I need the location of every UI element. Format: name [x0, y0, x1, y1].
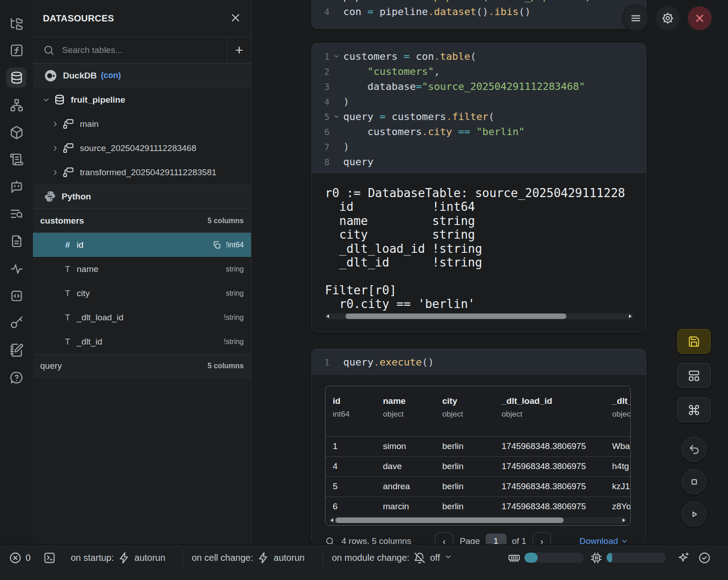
- run-button[interactable]: [681, 502, 707, 527]
- save-button[interactable]: [677, 329, 711, 354]
- table-row: 4daveberlin1745968348.3806975h4tg: [325, 456, 630, 477]
- code-line: 7): [312, 139, 646, 154]
- copy-icon: [212, 240, 221, 250]
- scroll-left-arrow[interactable]: [330, 518, 333, 522]
- download-button[interactable]: Download: [577, 536, 631, 544]
- cell-menu-button[interactable]: [624, 6, 648, 30]
- function-square-icon[interactable]: [6, 40, 26, 60]
- code-editor[interactable]: 1query.execute(): [312, 349, 646, 375]
- tree-item-fruit_pipeline[interactable]: fruit_pipeline: [33, 88, 251, 112]
- output-hscrollbar[interactable]: [325, 313, 633, 319]
- tree-item-main[interactable]: main: [33, 112, 251, 136]
- copy-icon[interactable]: [212, 240, 221, 250]
- code-line: 5query = customers.filter(: [312, 109, 646, 124]
- file-tree-icon[interactable]: [6, 14, 26, 34]
- undo-button[interactable]: [681, 437, 707, 462]
- database-icon: [54, 94, 65, 105]
- notebook-pen-icon[interactable]: [6, 340, 26, 360]
- file-text-icon[interactable]: [6, 231, 26, 251]
- cell-output: r0 := DatabaseTable: source_202504291112…: [312, 173, 646, 332]
- package-box-icon[interactable]: [6, 122, 26, 142]
- stop-icon: [688, 476, 700, 488]
- scroll-right-arrow[interactable]: [629, 314, 632, 318]
- connection-status[interactable]: [698, 548, 711, 567]
- command-palette-button[interactable]: [677, 397, 711, 422]
- play-icon: [688, 508, 700, 520]
- errors-indicator[interactable]: 0: [9, 548, 31, 567]
- search-row: +: [33, 37, 251, 63]
- ai-assistant-button[interactable]: [677, 548, 690, 567]
- search-input[interactable]: [61, 45, 227, 56]
- code-editor[interactable]: 3pipeline = dlt.pipeline("fruit_pipeline…: [312, 0, 646, 19]
- on-cell-change-toggle[interactable]: on cell change: autorun: [192, 548, 304, 567]
- list-search-icon[interactable]: [6, 204, 26, 224]
- tree-item-name[interactable]: Tnamestring: [33, 257, 251, 281]
- column-dtype: object: [612, 410, 631, 419]
- activity-rail: [0, 0, 33, 544]
- column-header[interactable]: name: [383, 396, 406, 406]
- terminal-button[interactable]: [43, 548, 56, 567]
- scroll-left-arrow[interactable]: [326, 314, 329, 318]
- panel-close-button[interactable]: [228, 11, 243, 26]
- bell-off-icon: [414, 552, 426, 564]
- cpu-bar-fill: [607, 553, 612, 563]
- settings-button[interactable]: [656, 6, 680, 30]
- tree-item-city[interactable]: Tcitystring: [33, 281, 251, 305]
- table-row-count: 4 rows, 5 columns: [341, 536, 411, 544]
- help-chat-icon[interactable]: [6, 367, 26, 387]
- scrollbar-thumb[interactable]: [335, 517, 564, 523]
- column-header[interactable]: _dlt_load_id: [502, 396, 552, 406]
- scroll-text-icon[interactable]: [6, 149, 26, 169]
- code-editor[interactable]: 1customers = con.table(2 "customers",3 d…: [312, 43, 646, 169]
- menu-icon: [630, 12, 642, 24]
- dtype-icon: T: [62, 313, 73, 323]
- close-icon: [694, 12, 706, 24]
- schema-icon: [63, 167, 74, 178]
- code-square-icon[interactable]: [6, 286, 26, 306]
- on-startup-toggle[interactable]: on startup: autorun: [71, 548, 165, 567]
- next-page-button[interactable]: ›: [533, 532, 551, 544]
- memory-bar: [524, 553, 584, 563]
- tree-item-id[interactable]: #id!int64: [33, 233, 251, 257]
- table-row: 1simonberlin1745968348.3806975Wba: [325, 436, 630, 457]
- scroll-right-arrow[interactable]: [623, 518, 625, 522]
- on-module-change-toggle[interactable]: on module change: off: [332, 548, 452, 567]
- stop-button[interactable]: [681, 469, 707, 494]
- close-icon: [230, 12, 241, 23]
- code-line: 4con = pipeline.dataset().ibis(): [312, 4, 646, 19]
- tree-item-_dlt_load_id[interactable]: T_dlt_load_id!string: [33, 305, 251, 329]
- tree-item-duckdb[interactable]: DuckDB(con): [33, 63, 251, 88]
- dependency-graph-icon[interactable]: [6, 95, 26, 115]
- prev-page-button[interactable]: ‹: [435, 532, 453, 544]
- terminal-icon: [43, 552, 56, 564]
- schema-icon: [63, 142, 74, 154]
- code-cell-partial: 3pipeline = dlt.pipeline("fruit_pipeline…: [312, 0, 646, 28]
- cell-output: idint64nameobjectcityobject_dlt_load_ido…: [312, 375, 646, 544]
- activity-icon[interactable]: [6, 259, 26, 279]
- tree-item-source_202504291112283468[interactable]: source_202504291112283468: [33, 136, 251, 160]
- column-header[interactable]: _dlt_id: [612, 396, 631, 406]
- tree-item-python[interactable]: Python: [33, 184, 251, 209]
- table-search-icon[interactable]: [325, 536, 335, 544]
- add-datasource-button[interactable]: +: [227, 37, 251, 63]
- layout-button[interactable]: [677, 363, 711, 388]
- search-icon: [43, 44, 55, 56]
- tree-item-transformed_202504291112283581[interactable]: transformed_202504291112283581: [33, 160, 251, 184]
- cell-output-text: r0 := DatabaseTable: source_202504291112…: [325, 186, 625, 311]
- errors-count: 0: [26, 553, 31, 563]
- shutdown-button[interactable]: [688, 6, 712, 30]
- tree-item-query[interactable]: query5 columns: [33, 354, 251, 378]
- command-icon: [688, 404, 700, 416]
- tree-item-_dlt_id[interactable]: T_dlt_id!string: [33, 329, 251, 354]
- datasources-panel: DATASOURCES + DuckDB(con)fruit_pipelinem…: [33, 0, 251, 544]
- tree-item-customers[interactable]: customers5 columns: [33, 209, 251, 233]
- table-hscrollbar[interactable]: [329, 517, 627, 523]
- scrollbar-thumb[interactable]: [346, 314, 566, 319]
- page-number[interactable]: 1: [486, 533, 507, 544]
- column-header[interactable]: city: [442, 396, 457, 406]
- datasources-icon[interactable]: [6, 68, 26, 88]
- schema-icon: [63, 118, 74, 130]
- chat-bot-icon[interactable]: [6, 176, 26, 196]
- key-icon[interactable]: [6, 313, 26, 333]
- column-header[interactable]: id: [333, 396, 340, 406]
